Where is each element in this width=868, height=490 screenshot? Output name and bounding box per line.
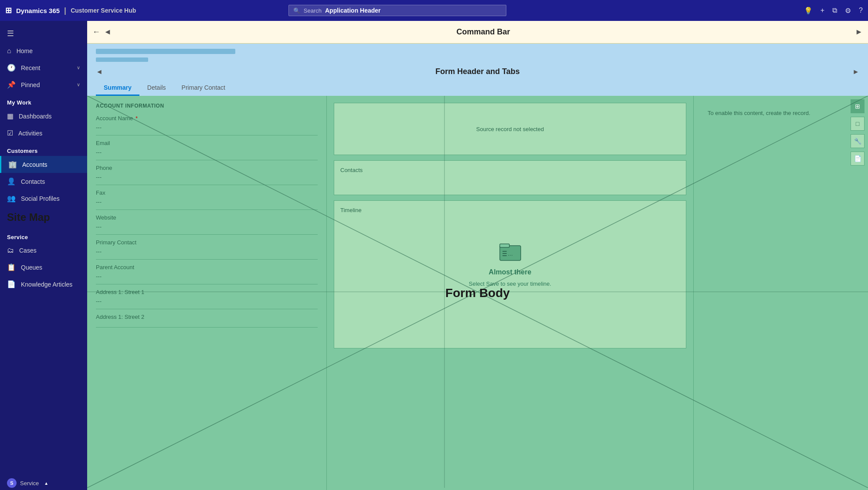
fax-value[interactable]: --- [96,197,318,210]
form-arrow-right: ► [852,68,859,76]
brand-name: Dynamics 365 [16,7,60,14]
primary-contact-field: Primary Contact --- [96,239,318,260]
social-icon: 👥 [7,194,16,203]
chevron-down-icon: ∨ [77,82,80,88]
parent-account-value[interactable]: --- [96,271,318,284]
form-tabs: Summary Details Primary Contact [96,79,859,96]
sidebar-item-dashboards[interactable]: ▦ Dashboards [0,108,87,125]
sidebar-item-label: Activities [18,130,42,137]
app-header: ⊞ Dynamics 365 | Customer Service Hub 🔍 … [0,0,868,21]
source-record-panel: Source record not selected [334,103,686,155]
form-arrow-left: ◄ [96,68,103,76]
sidebar-toggle[interactable]: ☰ [0,24,87,43]
square-view-icon[interactable]: □ [851,117,865,131]
primary-contact-value[interactable]: --- [96,247,318,260]
form-header-arrows: ◄ Form Header and Tabs ► [96,67,859,76]
bulb-icon[interactable]: 💡 [804,7,813,15]
sidebar-item-accounts[interactable]: 🏢 Accounts [0,156,87,173]
filter-icon[interactable]: ⧉ [832,7,837,14]
sidebar-item-pinned[interactable]: 📌 Pinned ∨ [0,76,87,93]
sidebar-item-label: Pinned [21,81,40,88]
application-header-label: Application Header [325,7,381,14]
plus-icon[interactable]: + [821,7,824,14]
contacts-label: Contacts [340,167,363,173]
sidebar-item-label: Contacts [21,178,45,185]
phone-value[interactable]: --- [96,172,318,185]
wrench-icon[interactable]: 🔧 [851,134,865,148]
account-info-panel: ACCOUNT INFORMATION Account Name --- Ema… [87,96,327,490]
sidebar-item-home[interactable]: ⌂ Home [0,43,87,59]
enable-content-msg: To enable this content, create the recor… [701,103,861,123]
sidebar-item-label: Cases [19,247,37,254]
source-record-text: Source record not selected [476,126,544,132]
address1-street1-value[interactable]: --- [96,296,318,309]
tab-primary-contact[interactable]: Primary Contact [174,81,233,96]
waffle-icon[interactable]: ⊞ [5,6,12,15]
pin-icon: 📌 [7,81,16,89]
address1-street2-field: Address 1: Street 2 [96,314,318,328]
tab-summary[interactable]: Summary [96,81,139,96]
primary-contact-label: Primary Contact [96,239,318,246]
help-icon[interactable]: ? [859,7,863,14]
grid-view-icon[interactable]: ⊞ [851,99,865,113]
email-value[interactable]: --- [96,147,318,160]
sidebar-item-label: Home [17,47,33,54]
sidebar-item-cases[interactable]: 🗂 Cases [0,242,87,259]
sidebar-item-label: Recent [21,64,40,71]
queues-icon: 📋 [7,263,16,271]
sidebar-item-label: Queues [21,264,42,271]
address1-street2-value[interactable] [96,321,318,328]
svg-rect-8 [502,255,507,256]
settings-icon[interactable]: ⚙ [845,7,851,15]
form-header-sub-bar [96,57,148,62]
sidebar-item-queues[interactable]: 📋 Queues [0,259,87,276]
timeline-folder-icon: ··· [498,240,522,264]
sidebar-item-label: Social Profiles [21,195,60,202]
website-field: Website --- [96,214,318,235]
svg-text:···: ··· [508,251,513,258]
sidebar-item-contacts[interactable]: 👤 Contacts [0,173,87,190]
search-icon: 🔍 [293,7,300,14]
right-panel: To enable this content, create the recor… [694,96,868,490]
activities-icon: ☑ [7,129,13,137]
address1-street1-field: Address 1: Street 1 --- [96,289,318,309]
sidebar-item-activities[interactable]: ☑ Activities [0,125,87,142]
svg-rect-5 [500,244,509,247]
accounts-icon: 🏢 [8,160,17,169]
almost-there-title: Almost there [489,268,532,276]
status-bar: S Service ▲ [0,476,87,490]
app-name: Customer Service Hub [71,7,136,14]
fax-field: Fax --- [96,189,318,210]
cases-icon: 🗂 [7,247,14,254]
search-bar[interactable]: 🔍 Search Application Header [288,5,506,16]
parent-account-label: Parent Account [96,264,318,270]
account-info-section-title: ACCOUNT INFORMATION [96,103,318,109]
website-label: Website [96,214,318,221]
right-panel-icons: ⊞ □ 🔧 📄 [851,99,865,166]
form-header: ◄ Form Header and Tabs ► Summary Details… [87,44,868,96]
sidebar-item-label: Accounts [22,161,47,168]
website-value[interactable]: --- [96,222,318,235]
tab-details[interactable]: Details [139,81,174,96]
back-button[interactable]: ← [92,27,100,37]
email-label: Email [96,140,318,146]
phone-field: Phone --- [96,165,318,185]
command-arrow-right: ► [855,27,863,37]
svg-rect-6 [502,251,507,252]
my-work-section: My Work [0,93,87,108]
account-name-value[interactable]: --- [96,122,318,135]
sidebar-item-knowledge-articles[interactable]: 📄 Knowledge Articles [0,276,87,293]
parent-account-field: Parent Account --- [96,264,318,284]
contacts-panel: Contacts [334,160,686,195]
sidebar-item-social-profiles[interactable]: 👥 Social Profiles [0,190,87,207]
sidebar-item-label: Dashboards [19,113,52,120]
search-placeholder: Search [304,7,322,14]
sidebar-item-recent[interactable]: 🕐 Recent ∨ [0,59,87,76]
chevron-down-icon: ∨ [77,65,80,71]
account-name-label: Account Name [96,115,318,122]
service-section: Service [0,228,87,242]
document-icon[interactable]: 📄 [851,152,865,166]
app-brand: ⊞ Dynamics 365 | Customer Service Hub [5,6,136,15]
phone-label: Phone [96,165,318,171]
sidebar: ☰ ⌂ Home 🕐 Recent ∨ 📌 Pinned ∨ My Work ▦… [0,21,87,490]
